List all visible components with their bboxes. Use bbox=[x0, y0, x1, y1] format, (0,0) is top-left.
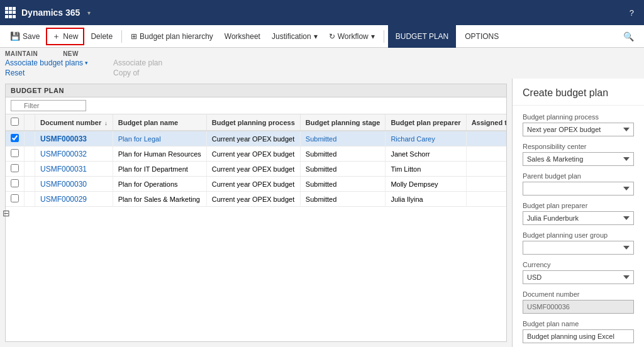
row-doc-number[interactable]: USMF000032 bbox=[35, 146, 113, 162]
parent-budget-plan-select[interactable] bbox=[523, 182, 634, 196]
workflow-button[interactable]: ↻ Workflow ▾ bbox=[324, 28, 380, 45]
row-assigned-to bbox=[466, 162, 506, 177]
responsibility-center-select[interactable]: Sales & Marketing bbox=[523, 152, 634, 166]
grid-menu-icon[interactable] bbox=[5, 7, 16, 18]
right-panel-content: Budget planning process Next year OPEX b… bbox=[513, 106, 644, 347]
app-title: Dynamics 365 bbox=[21, 8, 80, 18]
col-doc-number[interactable]: Document number ↓ bbox=[35, 114, 113, 131]
budget-plan-table: Document number ↓ Budget plan name Budge… bbox=[6, 114, 506, 207]
hierarchy-icon: ⊞ bbox=[131, 32, 137, 41]
col-planning-stage[interactable]: Budget planning stage bbox=[300, 114, 386, 131]
budget-plan-name-input[interactable] bbox=[523, 329, 634, 343]
filter-row: 🔍 bbox=[6, 97, 506, 114]
row-indicator-cell bbox=[25, 177, 35, 192]
col-planning-process[interactable]: Budget planning process bbox=[206, 114, 300, 131]
separator-2 bbox=[384, 30, 384, 43]
col-assigned-to[interactable]: Assigned to bbox=[466, 114, 506, 131]
currency-field: Currency USD bbox=[523, 261, 634, 284]
row-indicator-cell bbox=[25, 192, 35, 207]
row-checkbox[interactable] bbox=[11, 194, 19, 202]
row-planning-stage: Submitted bbox=[300, 146, 386, 162]
save-button[interactable]: 💾 Save bbox=[5, 28, 45, 45]
currency-select[interactable]: USD bbox=[523, 270, 634, 284]
row-checkbox[interactable] bbox=[11, 134, 19, 142]
delete-button[interactable]: Delete bbox=[86, 28, 118, 45]
row-doc-number[interactable]: USMF000030 bbox=[35, 177, 113, 192]
row-checkbox[interactable] bbox=[11, 179, 19, 187]
row-assigned-to bbox=[466, 146, 506, 162]
reset-link[interactable]: Reset bbox=[5, 69, 88, 77]
table-row[interactable]: USMF000032 Plan for Human Resources Curr… bbox=[6, 146, 506, 162]
doc-number-link[interactable]: USMF000033 bbox=[40, 135, 87, 143]
budget-plan-preparer-label: Budget plan preparer bbox=[523, 202, 634, 209]
doc-number-link[interactable]: USMF000032 bbox=[40, 150, 87, 158]
row-assigned-to bbox=[466, 177, 506, 192]
filter-icon[interactable]: ⊟ bbox=[0, 206, 13, 221]
row-preparer[interactable]: Richard Carey bbox=[386, 131, 466, 146]
worksheet-button[interactable]: Worksheet bbox=[219, 28, 265, 45]
table-row[interactable]: USMF000030 Plan for Operations Current y… bbox=[6, 177, 506, 192]
row-checkbox-cell bbox=[6, 131, 25, 146]
doc-number-link[interactable]: USMF000029 bbox=[40, 195, 87, 204]
select-all-checkbox[interactable] bbox=[11, 118, 19, 126]
row-indicator-cell bbox=[25, 146, 35, 162]
budget-plan-section-header: BUDGET PLAN bbox=[6, 84, 506, 97]
section-labels: MAINTAIN NEW bbox=[0, 48, 644, 57]
row-plan-name: Plan for Human Resources bbox=[113, 146, 206, 162]
row-planning-stage: Submitted bbox=[300, 192, 386, 207]
doc-number-link[interactable]: USMF000030 bbox=[40, 180, 87, 189]
row-planning-stage: Submitted bbox=[300, 177, 386, 192]
budget-planning-process-select[interactable]: Next year OPEX budget bbox=[523, 123, 634, 136]
budget-plan-preparer-select[interactable]: Julia Funderburk bbox=[523, 211, 634, 225]
new-button[interactable]: ＋ New bbox=[46, 28, 84, 45]
row-indicator-cell bbox=[25, 162, 35, 177]
budget-planning-user-group-select[interactable] bbox=[523, 241, 634, 255]
row-preparer: Molly Dempsey bbox=[386, 177, 466, 192]
row-doc-number[interactable]: USMF000031 bbox=[35, 162, 113, 177]
table-row[interactable]: USMF000031 Plan for IT Department Curren… bbox=[6, 162, 506, 177]
nav-chevron-icon: ▾ bbox=[87, 9, 91, 16]
row-checkbox[interactable] bbox=[11, 149, 19, 157]
row-assigned-to bbox=[466, 192, 506, 207]
row-checkbox[interactable] bbox=[11, 164, 19, 172]
tab-options[interactable]: OPTIONS bbox=[457, 25, 506, 48]
row-planning-process: Current year OPEX budget bbox=[206, 131, 300, 146]
associate-budget-plans-link[interactable]: Associate budget plans ▾ bbox=[5, 58, 88, 67]
filter-input[interactable] bbox=[11, 100, 86, 111]
parent-budget-plan-field: Parent budget plan bbox=[523, 172, 634, 196]
row-doc-number[interactable]: USMF000033 bbox=[35, 131, 113, 146]
col-plan-name[interactable]: Budget plan name bbox=[113, 114, 206, 131]
save-icon: 💾 bbox=[10, 31, 20, 41]
row-checkbox-cell bbox=[6, 177, 25, 192]
row-checkbox-cell bbox=[6, 146, 25, 162]
row-preparer: Tim Litton bbox=[386, 162, 466, 177]
justification-chevron-icon: ▾ bbox=[314, 32, 318, 41]
associate-chevron-icon: ▾ bbox=[85, 60, 88, 66]
justification-button[interactable]: Justification ▾ bbox=[267, 28, 323, 45]
budget-plan-hierarchy-button[interactable]: ⊞ Budget plan hierarchy bbox=[126, 28, 218, 45]
document-number-input bbox=[523, 300, 634, 314]
row-planning-process: Current year OPEX budget bbox=[206, 162, 300, 177]
col-indicator bbox=[25, 114, 35, 131]
row-checkbox-cell bbox=[6, 192, 25, 207]
toolbar: 💾 Save ＋ New Delete ⊞ Budget plan hierar… bbox=[0, 25, 644, 48]
table-row[interactable]: USMF000029 Plan for Sales & Marketing Cu… bbox=[6, 192, 506, 207]
tab-budget-plan[interactable]: BUDGET PLAN bbox=[388, 25, 456, 48]
create-panel-title: Create budget plan bbox=[513, 79, 644, 106]
table-row[interactable]: USMF000033 Plan for Legal Current year O… bbox=[6, 131, 506, 146]
search-icon[interactable]: 🔍 bbox=[618, 29, 639, 44]
right-panel: Create budget plan Budget planning proce… bbox=[512, 79, 644, 347]
col-preparer[interactable]: Budget plan preparer bbox=[386, 114, 466, 131]
row-doc-number[interactable]: USMF000029 bbox=[35, 192, 113, 207]
copy-of-link: Copy of bbox=[113, 69, 162, 77]
workflow-icon: ↻ bbox=[329, 32, 335, 41]
sort-down-icon: ↓ bbox=[104, 120, 108, 126]
row-planning-process: Current year OPEX budget bbox=[206, 192, 300, 207]
nav-bar: Dynamics 365 ▾ ? bbox=[0, 0, 644, 25]
budget-plan-preparer-field: Budget plan preparer Julia Funderburk bbox=[523, 202, 634, 225]
help-icon[interactable]: ? bbox=[625, 6, 639, 20]
row-assigned-to bbox=[466, 131, 506, 146]
row-indicator-cell bbox=[25, 131, 35, 146]
associate-plan-link: Associate plan bbox=[113, 58, 162, 67]
doc-number-link[interactable]: USMF000031 bbox=[40, 165, 87, 174]
